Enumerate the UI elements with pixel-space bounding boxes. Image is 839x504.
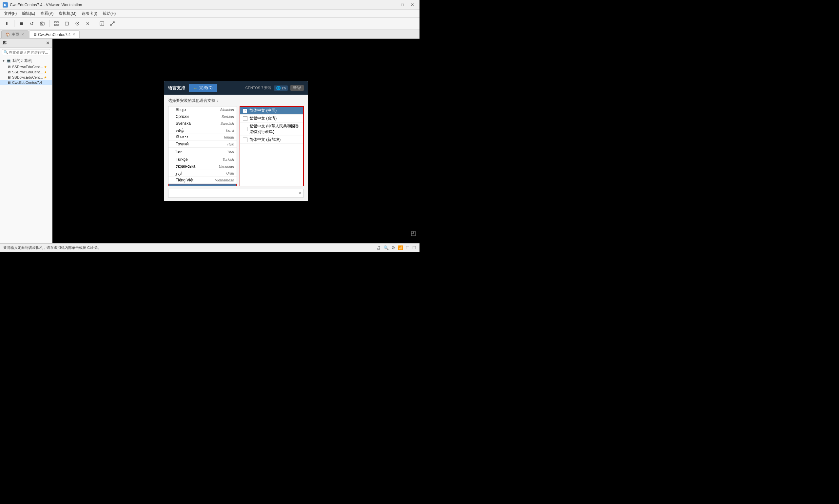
- svg-rect-0: [40, 22, 44, 25]
- vm-display-area[interactable]: 语言支持 ← 完成(D) CENTOS 7 安装 🌐 cn: [52, 39, 419, 243]
- lang-item-thai[interactable]: ไทย Thai: [169, 148, 237, 156]
- toolbar-fit-button[interactable]: [97, 19, 106, 28]
- dialog-search-input[interactable]: [171, 191, 298, 196]
- flag-icon: 🌐: [276, 86, 281, 90]
- lang-item-ukrainian[interactable]: Українська Ukrainian: [169, 163, 237, 170]
- lang-item-vietnamese[interactable]: Tiếng Việt Vietnamese: [169, 177, 237, 184]
- lang-item-telugu[interactable]: తెలుగు Telugu: [169, 134, 237, 141]
- check-chinese: ✓: [172, 186, 176, 186]
- dialog-header-right: CENTOS 7 安装 🌐 cn 帮助!: [245, 85, 304, 91]
- dialog-search-box[interactable]: ✕: [168, 189, 304, 197]
- locale-checkbox-2: [243, 116, 247, 121]
- lang-native-serbian: Српски: [176, 114, 205, 119]
- dialog-overlay: 语言支持 ← 完成(D) CENTOS 7 安装 🌐 cn: [52, 39, 419, 243]
- toolbar-divider-3: [95, 20, 95, 27]
- menu-file[interactable]: 文件(F): [1, 10, 19, 17]
- menu-edit[interactable]: 编辑(E): [19, 10, 38, 17]
- sidebar-item-vm3-label: SSDcwcEduCent...: [12, 75, 43, 79]
- tab-home-close[interactable]: ✕: [21, 32, 24, 37]
- sidebar-close-button[interactable]: ✕: [46, 41, 50, 46]
- svg-point-1: [41, 23, 43, 24]
- sidebar-item-vm4[interactable]: 🖥 CwcEduCentos7.4: [0, 80, 52, 85]
- locale-item-simplified-china[interactable]: ✓ 简体中文 (中国): [240, 107, 303, 114]
- sidebar-search-box[interactable]: 🔍 ▼: [2, 49, 50, 55]
- tree-my-computer[interactable]: ▼ 💻 我的计算机: [0, 57, 52, 64]
- lang-native-telugu: తెలుగు: [176, 135, 205, 140]
- lang-native-albanian: Shqip: [176, 107, 205, 112]
- locale-item-traditional-hk[interactable]: 繁體中文 (中華人民共和國香港特別行政區): [240, 123, 303, 136]
- lang-arrow-icon: ›: [232, 186, 233, 187]
- sidebar-item-vm2[interactable]: 🖥 SSDcwcEduCent... ★: [0, 69, 52, 75]
- svg-rect-6: [57, 24, 58, 25]
- minimize-button[interactable]: —: [388, 2, 397, 8]
- tab-vm-label: CwcEduCentos7.4: [38, 32, 70, 37]
- locale-item-traditional-taiwan[interactable]: 繁體中文 (台湾): [240, 114, 303, 123]
- tree-expand-icon: ▼: [2, 59, 5, 62]
- toolbar-pause-button[interactable]: ⏸: [3, 19, 12, 28]
- tab-vm-close[interactable]: ✕: [72, 32, 75, 37]
- lang-item-tamil[interactable]: தமிழ் Tamil: [169, 127, 237, 134]
- tab-home-label: 主页: [12, 32, 19, 37]
- toolbar-fullscreen-button[interactable]: [52, 19, 61, 28]
- svg-rect-2: [41, 22, 43, 22]
- lang-item-albanian[interactable]: Shqip Albanian: [169, 106, 237, 113]
- toolbar-unity-button[interactable]: [73, 19, 82, 28]
- dialog-search-icon[interactable]: ✕: [298, 191, 301, 196]
- tab-vm[interactable]: 🖥 CwcEduCentos7.4 ✕: [29, 31, 80, 38]
- done-button-label: 完成(D): [199, 85, 213, 91]
- dialog-instruction: 选择要安装的其他语言支持：: [168, 98, 304, 104]
- dialog-done-button[interactable]: ← 完成(D): [189, 84, 217, 92]
- sidebar-item-vm3[interactable]: 🖥 SSDcwcEduCent... ★: [0, 75, 52, 80]
- svg-line-13: [111, 22, 114, 25]
- toolbar-stretch-button[interactable]: [108, 19, 117, 28]
- lang-item-chinese[interactable]: ✓ 中文 Chinese ›: [169, 184, 237, 186]
- window-title: CwcEduCentos7.4 - VMware Workstation: [10, 3, 388, 7]
- locale-item-simplified-sg[interactable]: 简体中文 (新加坡): [240, 136, 303, 144]
- maximize-button[interactable]: □: [398, 2, 407, 8]
- lang-english-telugu: Telugu: [205, 135, 234, 139]
- dialog-body: 选择要安装的其他语言支持： Shqip Albanian: [164, 95, 308, 201]
- svg-point-10: [77, 23, 78, 24]
- sidebar-search-icon: 🔍: [4, 50, 8, 54]
- sidebar-item-vm1[interactable]: 🖥 SSDcwcEduCent... ★: [0, 64, 52, 69]
- toolbar-grab-button[interactable]: ✕: [83, 19, 92, 28]
- lang-english-tamil: Tamil: [205, 128, 234, 132]
- statusbar-network-icon[interactable]: 📶: [398, 245, 403, 250]
- menu-help[interactable]: 帮助(H): [100, 10, 119, 17]
- close-button[interactable]: ✕: [408, 2, 417, 8]
- lang-english-tajik: Tajik: [205, 142, 234, 146]
- menu-vm[interactable]: 虚拟机(M): [56, 10, 79, 17]
- menu-view[interactable]: 查看(V): [38, 10, 56, 17]
- statusbar-print-icon[interactable]: 🖨: [377, 245, 381, 250]
- toolbar-stop-button[interactable]: ⏹: [17, 19, 26, 28]
- dialog-header-left: 语言支持 ← 完成(D): [168, 84, 217, 92]
- lang-item-swedish[interactable]: Svenska Swedish: [169, 120, 237, 127]
- lang-native-chinese: 中文: [176, 185, 204, 186]
- menu-tabs[interactable]: 选项卡(I): [79, 10, 100, 17]
- svg-rect-7: [65, 22, 69, 25]
- locale-list[interactable]: ✓ 简体中文 (中国) 繁體中文 (台湾) 繁體中文 (中華人民共和國香港特別行: [240, 106, 304, 186]
- star-icon-3: ★: [44, 76, 47, 79]
- lang-item-tajik[interactable]: Тоҷикӣ Tajik: [169, 141, 237, 148]
- sidebar-item-vm1-label: SSDcwcEduCent...: [12, 65, 43, 69]
- locale-label-3: 繁體中文 (中華人民共和國香港特別行政區): [249, 124, 300, 134]
- tab-home[interactable]: 🏠 主页 ✕: [1, 31, 29, 38]
- done-arrow-icon: ←: [193, 86, 198, 91]
- toolbar-snapshot-button[interactable]: [38, 19, 47, 28]
- statusbar-window1-icon[interactable]: ☐: [406, 245, 410, 250]
- statusbar-window2-icon[interactable]: ☐: [412, 245, 416, 250]
- statusbar-settings-icon[interactable]: ⚙: [391, 245, 395, 250]
- statusbar-zoom-icon[interactable]: 🔍: [383, 245, 389, 250]
- titlebar: ▶ CwcEduCentos7.4 - VMware Workstation —…: [0, 0, 419, 10]
- lang-native-vietnamese: Tiếng Việt: [176, 178, 205, 182]
- toolbar-refresh-button[interactable]: ↺: [27, 19, 36, 28]
- lang-item-serbian[interactable]: Српски Serbian: [169, 113, 237, 120]
- lang-item-turkish[interactable]: Türkçe Turkish: [169, 156, 237, 163]
- lang-item-urdu[interactable]: اردو Urdu: [169, 170, 237, 177]
- help-button[interactable]: 帮助!: [291, 85, 304, 91]
- toolbar-window-button[interactable]: [62, 19, 71, 28]
- sidebar-search-input[interactable]: [9, 50, 54, 54]
- language-list[interactable]: Shqip Albanian Српски Serbian: [168, 106, 237, 186]
- svg-rect-4: [57, 22, 58, 23]
- lang-english-turkish: Turkish: [205, 158, 234, 161]
